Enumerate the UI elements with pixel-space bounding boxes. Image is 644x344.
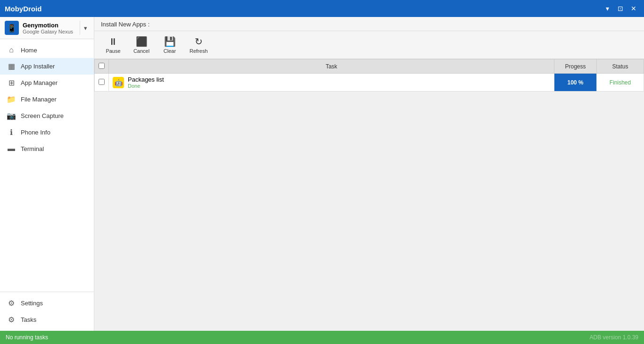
sidebar-item-file-manager-label: File Manager bbox=[21, 96, 57, 103]
file-manager-icon: 📁 bbox=[7, 95, 16, 104]
home-icon: ⌂ bbox=[7, 46, 16, 54]
row-status-cell: Finished bbox=[597, 74, 644, 92]
maximize-button[interactable]: ⊡ bbox=[615, 3, 626, 14]
clear-icon: 💾 bbox=[164, 36, 176, 47]
section-title: Install New Apps : bbox=[101, 21, 149, 28]
sidebar-item-file-manager[interactable]: 📁 File Manager bbox=[0, 91, 94, 108]
sidebar-item-phone-info-label: Phone Info bbox=[21, 129, 50, 136]
task-info: Packages list Done bbox=[128, 76, 164, 89]
row-task-cell: 🤖 Packages list Done bbox=[109, 74, 554, 92]
cancel-label: Cancel bbox=[133, 48, 149, 54]
device-dropdown-arrow[interactable]: ▾ bbox=[80, 21, 89, 35]
task-name: Packages list bbox=[128, 76, 164, 83]
table-header-row: Task Progess Status bbox=[95, 59, 644, 74]
app-manager-icon: ⊞ bbox=[7, 78, 16, 87]
sidebar-item-app-installer-label: App Installer bbox=[21, 63, 55, 70]
tasks-icon: ⚙ bbox=[7, 315, 16, 324]
device-selector[interactable]: 📱 Genymotion Google Galaxy Nexus ▾ bbox=[0, 17, 94, 39]
adb-version-label: ADB version 1.0.39 bbox=[590, 334, 638, 341]
main-layout: 📱 Genymotion Google Galaxy Nexus ▾ ⌂ Hom… bbox=[0, 17, 644, 331]
status-bar: No running tasks ADB version 1.0.39 bbox=[0, 331, 644, 344]
table-row: 🤖 Packages list Done 100 % Finished bbox=[95, 74, 644, 92]
sidebar-item-tasks-label: Tasks bbox=[21, 316, 36, 323]
sidebar-item-home-label: Home bbox=[21, 47, 37, 54]
device-model: Google Galaxy Nexus bbox=[23, 29, 78, 34]
pause-label: Pause bbox=[106, 48, 120, 54]
header-progress: Progess bbox=[554, 59, 597, 74]
refresh-icon: ↻ bbox=[195, 36, 203, 47]
sidebar-item-terminal[interactable]: ▬ Terminal bbox=[0, 141, 94, 157]
nav-items: ⌂ Home ▦ App Installer ⊞ App Manager 📁 F… bbox=[0, 39, 94, 292]
sidebar-item-app-manager-label: App Manager bbox=[21, 79, 58, 86]
title-bar: MobyDroid ▾ ⊡ ✕ bbox=[0, 0, 644, 17]
sidebar-item-settings[interactable]: ⚙ Settings bbox=[0, 295, 94, 311]
terminal-icon: ▬ bbox=[7, 144, 16, 153]
cancel-button[interactable]: ⬛ Cancel bbox=[127, 33, 156, 57]
header-status: Status bbox=[597, 59, 644, 74]
task-sub: Done bbox=[128, 83, 164, 89]
sidebar-item-terminal-label: Terminal bbox=[21, 145, 44, 152]
screen-capture-icon: 📷 bbox=[7, 111, 16, 120]
select-all-checkbox[interactable] bbox=[99, 63, 105, 69]
header-task: Task bbox=[109, 59, 554, 74]
row-checkbox-cell bbox=[95, 74, 109, 92]
sidebar: 📱 Genymotion Google Galaxy Nexus ▾ ⌂ Hom… bbox=[0, 17, 94, 331]
sidebar-item-screen-capture[interactable]: 📷 Screen Capture bbox=[0, 108, 94, 124]
install-header: Install New Apps : bbox=[94, 17, 644, 31]
row-checkbox[interactable] bbox=[99, 79, 105, 85]
android-icon: 🤖 bbox=[113, 77, 124, 88]
clear-label: Clear bbox=[164, 48, 176, 54]
clear-button[interactable]: 💾 Clear bbox=[156, 33, 184, 57]
task-table-container: Task Progess Status 🤖 bbox=[94, 59, 644, 331]
sidebar-item-app-installer[interactable]: ▦ App Installer bbox=[0, 58, 94, 75]
sidebar-item-app-manager[interactable]: ⊞ App Manager bbox=[0, 75, 94, 91]
pause-icon: ⏸ bbox=[108, 36, 118, 47]
sidebar-item-home[interactable]: ⌂ Home bbox=[0, 42, 94, 58]
refresh-button[interactable]: ↻ Refresh bbox=[184, 33, 214, 57]
sidebar-item-tasks[interactable]: ⚙ Tasks bbox=[0, 311, 94, 328]
device-name: Genymotion bbox=[23, 22, 78, 29]
app-installer-icon: ▦ bbox=[7, 62, 16, 71]
settings-icon: ⚙ bbox=[7, 299, 16, 308]
pause-button[interactable]: ⏸ Pause bbox=[99, 34, 127, 57]
refresh-label: Refresh bbox=[190, 48, 208, 54]
minimize-button[interactable]: ▾ bbox=[602, 3, 613, 14]
nav-bottom: ⚙ Settings ⚙ Tasks bbox=[0, 292, 94, 331]
row-progress-cell: 100 % bbox=[554, 74, 597, 92]
toolbar: ⏸ Pause ⬛ Cancel 💾 Clear ↻ Refresh bbox=[94, 31, 644, 59]
sidebar-item-settings-label: Settings bbox=[21, 300, 43, 307]
device-info: Genymotion Google Galaxy Nexus bbox=[23, 22, 78, 34]
close-button[interactable]: ✕ bbox=[628, 3, 639, 14]
window-controls: ▾ ⊡ ✕ bbox=[602, 3, 639, 14]
content-area: Install New Apps : ⏸ Pause ⬛ Cancel 💾 Cl… bbox=[94, 17, 644, 331]
header-checkbox bbox=[95, 59, 109, 74]
phone-info-icon: ℹ bbox=[7, 128, 16, 137]
running-tasks-label: No running tasks bbox=[6, 334, 48, 341]
sidebar-item-phone-info[interactable]: ℹ Phone Info bbox=[0, 124, 94, 141]
task-table: Task Progess Status 🤖 bbox=[94, 59, 644, 92]
device-icon: 📱 bbox=[5, 21, 19, 35]
app-title: MobyDroid bbox=[5, 5, 602, 13]
cancel-icon: ⬛ bbox=[136, 36, 148, 47]
sidebar-item-screen-capture-label: Screen Capture bbox=[21, 112, 64, 119]
